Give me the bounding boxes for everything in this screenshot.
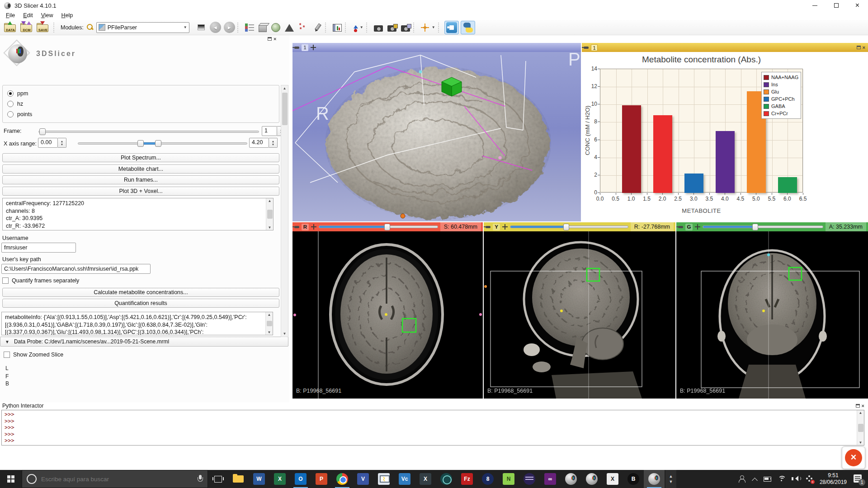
yellow-fiducial[interactable] — [762, 310, 765, 312]
green-slice-header[interactable]: G A: 35.233mm — [676, 222, 868, 231]
panel-scrollbar[interactable]: ▲ ▼ — [281, 85, 288, 337]
mouse-mode-dropdown-icon[interactable]: ▼ — [360, 25, 363, 29]
search-input[interactable] — [41, 476, 193, 483]
taskbar-app-vnc-viewer[interactable]: Vc — [394, 470, 415, 488]
menu-item-help[interactable]: Help — [57, 12, 77, 19]
pin-icon[interactable] — [678, 226, 683, 228]
undock-icon[interactable] — [857, 46, 861, 49]
menu-item-file[interactable]: File — [2, 12, 19, 19]
green-slice-viewport[interactable]: B: P19968_56691 — [676, 231, 868, 399]
view3d-viewport[interactable]: R P — [292, 52, 581, 221]
button-plot-spectrum[interactable]: Plot Spectrum... — [2, 153, 279, 162]
x-range-handle-min[interactable] — [137, 140, 144, 147]
info-scrollbar[interactable]: ▲ ▼ — [266, 198, 273, 230]
menu-item-view[interactable]: View — [37, 12, 57, 19]
username-input[interactable] — [1, 243, 76, 253]
red-slice-slider[interactable] — [319, 225, 438, 228]
taskbar-app-chrome[interactable] — [332, 470, 353, 488]
scroll-up-icon[interactable]: ▲ — [283, 86, 287, 90]
radio-ppm[interactable]: ppm — [7, 89, 28, 98]
python-console-button[interactable] — [461, 21, 475, 34]
show-zoomed-slice-checkbox[interactable]: Show Zoomed Slice — [4, 352, 63, 358]
taskbar-app-word[interactable]: W — [249, 470, 269, 488]
extensions-manager-button[interactable] — [444, 21, 459, 34]
crosshair-dropdown-icon[interactable]: ▼ — [432, 25, 435, 29]
slice-settings-icon[interactable] — [502, 224, 508, 230]
close-icon[interactable]: × — [862, 404, 864, 408]
chart-view-header[interactable]: 1 × — [582, 43, 868, 52]
metabolite-info-textbox[interactable]: metaboliteInfo: {'Ala':[(0.913,1.55,0.10… — [1, 312, 273, 335]
bar-ins[interactable] — [716, 131, 735, 193]
taskbar-search[interactable] — [22, 470, 208, 488]
view3d-header[interactable]: 1 — [292, 43, 581, 52]
bar-gpc-pch[interactable] — [684, 174, 703, 193]
module-history-icon[interactable] — [245, 23, 254, 32]
history-gradient-icon[interactable] — [198, 24, 205, 30]
models-module-icon[interactable] — [271, 23, 280, 32]
forward-button[interactable]: ► — [224, 22, 235, 33]
button-run-frames[interactable]: Run frames... — [2, 175, 279, 184]
back-button[interactable]: ◄ — [210, 22, 221, 33]
slice-settings-icon[interactable] — [695, 224, 700, 230]
taskbar-app-x-server[interactable]: X — [602, 470, 623, 488]
pin-icon[interactable] — [584, 47, 589, 49]
yellow-slider-handle[interactable] — [563, 224, 569, 230]
taskbar-app-eclipse[interactable] — [519, 470, 540, 488]
red-slice-header[interactable]: R S: 60.478mm — [292, 222, 483, 231]
yellow-fiducial[interactable] — [385, 313, 387, 316]
yellow-slice-viewport[interactable]: B: P19968_56691 — [484, 231, 675, 399]
notification-close-button[interactable]: × — [842, 446, 865, 469]
taskbar-app-beta-circle-app[interactable]: B — [623, 470, 644, 488]
button-plot-3d-voxel[interactable]: Plot 3D + Voxel... — [2, 187, 279, 196]
orange-fiducial[interactable] — [401, 214, 405, 218]
bar-naa-naag[interactable] — [622, 105, 641, 193]
scroll-down-icon[interactable]: ▼ — [859, 441, 863, 445]
close-button[interactable]: × — [847, 0, 868, 11]
scroll-up-icon[interactable]: ▲ — [268, 199, 272, 203]
python-console[interactable]: >>>>>>>>>>>>>>> ▲ ▼ — [1, 410, 864, 446]
undock-icon[interactable] — [856, 404, 860, 408]
button-calculate-metabolite-concentrations[interactable]: Calculate metabolite concentrations... — [2, 288, 279, 297]
pin-icon[interactable] — [486, 226, 491, 228]
x-range-handle-max[interactable] — [155, 140, 161, 147]
taskbar-app-file-explorer[interactable] — [228, 470, 249, 488]
layout-selector-icon[interactable] — [333, 24, 342, 32]
taskbar-app-filezilla[interactable]: Fz — [457, 470, 477, 488]
taskbar-app-keepass[interactable]: 8 — [477, 470, 498, 488]
chevron-up-icon[interactable] — [752, 477, 758, 483]
x-range-min-spinbox[interactable]: 0.00 ▲▼ — [38, 138, 66, 148]
module-search-icon[interactable] — [86, 23, 94, 31]
microphone-icon[interactable] — [198, 475, 203, 483]
taskbar-app-slicer-window-2[interactable] — [581, 470, 602, 488]
yellow-slice-header[interactable]: Y R: -27.768mm — [484, 222, 675, 231]
scroll-up-icon[interactable]: ▲ — [859, 411, 863, 415]
metabolite-scrollbar[interactable]: ▲ ▼ — [265, 312, 273, 335]
load-dicom-button[interactable]: DCM — [20, 22, 33, 33]
yellow-slice-slider[interactable] — [510, 225, 628, 228]
taskbar-scroll-arrows[interactable]: ▲ ▼ — [665, 470, 676, 488]
transforms-icon[interactable] — [285, 24, 294, 32]
task-view-button[interactable] — [208, 470, 228, 488]
scene-view-restore-icon[interactable] — [401, 25, 410, 32]
metabolite-chart[interactable]: Metabolite concentration (Abs.) METABOLI… — [582, 52, 868, 221]
mouse-mode-icon[interactable] — [353, 23, 357, 32]
taskbar-app-powerpoint[interactable]: P — [311, 470, 332, 488]
maximize-button[interactable] — [826, 0, 847, 11]
scroll-down-icon[interactable]: ▼ — [268, 225, 272, 230]
cyan-fiducial[interactable] — [767, 253, 770, 256]
notification-center-button[interactable]: 1 — [853, 474, 863, 484]
taskbar-app-visual-studio[interactable]: ∞ — [540, 470, 561, 488]
undock-panel-icon[interactable] — [268, 37, 272, 41]
battery-icon[interactable] — [764, 475, 772, 483]
bar-cr-pcr[interactable] — [653, 115, 672, 193]
taskbar-app-slicer-active[interactable] — [644, 470, 665, 488]
data-probe-collapse-bar[interactable]: ▼ Data Probe: C:/dev/1.namic/scenes/av..… — [0, 337, 288, 347]
green-slice-slider[interactable] — [703, 225, 823, 228]
sequence-info-textbox[interactable]: centralFrequency: 1277125220channels: 8c… — [2, 198, 274, 230]
taskbar-app-excel[interactable]: X — [269, 470, 290, 488]
screenshot-camera-icon[interactable] — [374, 25, 383, 32]
bar-gaba[interactable] — [778, 177, 797, 193]
cyan-fiducial[interactable] — [419, 70, 422, 74]
taskbar-app-visio[interactable]: V — [353, 470, 373, 488]
key-path-input[interactable] — [1, 264, 151, 274]
